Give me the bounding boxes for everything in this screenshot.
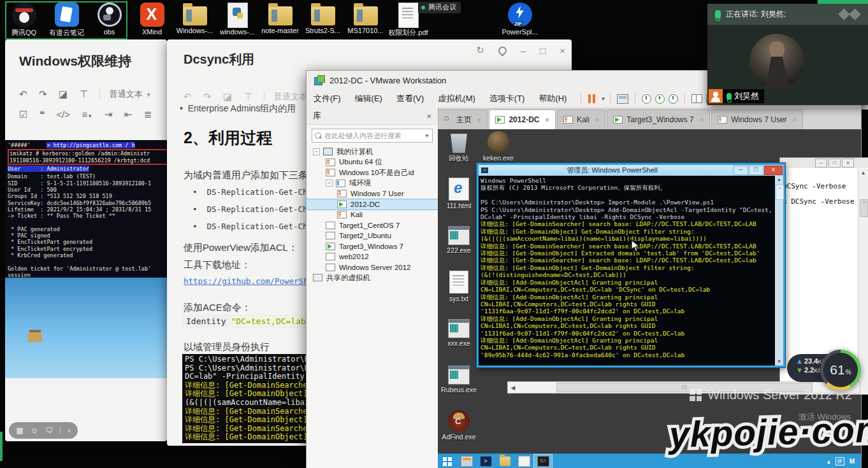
explorer-taskbar-icon[interactable] [495, 454, 514, 468]
indent-increase-icon[interactable]: ⇥ [105, 109, 113, 120]
chat-icon[interactable]: 🗨 [45, 427, 53, 434]
folder-icon[interactable]: MS17010... [344, 3, 387, 38]
apps-grid-icon[interactable]: ▦ [16, 427, 23, 434]
text-file-icon[interactable]: sys.txt [440, 271, 477, 317]
vm-tree-item[interactable]: 2012-DC [307, 199, 438, 210]
scroll-left-icon[interactable]: ◀ [508, 385, 518, 391]
vm-tab[interactable]: 主页 × [438, 110, 488, 129]
exe-file-icon[interactable]: xxx.exe [440, 317, 477, 364]
server-manager-taskbar-icon[interactable] [457, 454, 476, 468]
meeting-overlay[interactable]: 正在讲话: 刘昊然; 刘昊然 [707, 4, 868, 105]
powershell-titlebar[interactable]: > 管理员: Windows PowerShell – □ x [479, 165, 783, 176]
vm-tab[interactable]: Windows 7 User × [711, 110, 803, 129]
checkbox-icon[interactable]: ☑ [19, 109, 27, 120]
library-search-input[interactable]: 在此处键入内容进行搜索 ▼ [312, 129, 433, 143]
align-icon[interactable]: ≡▼ [82, 109, 93, 120]
performance-circle[interactable]: 61% [820, 350, 861, 390]
folder-icon[interactable]: note-master [259, 3, 301, 38]
vm-tree-item[interactable]: Target2_Ubuntu [307, 230, 438, 241]
menu-item[interactable]: 帮助(H) [532, 93, 574, 104]
notepad-taskbar-icon[interactable] [514, 454, 533, 468]
vm-tree-item[interactable]: Windows 7 User [307, 188, 438, 199]
manage-snapshots-icon[interactable] [669, 94, 678, 104]
powershell-taskbar-icon[interactable]: > [476, 454, 495, 468]
recycle-bin-icon[interactable]: 回收站 [440, 131, 477, 178]
take-snapshot-icon[interactable] [642, 94, 651, 104]
start-button[interactable] [438, 454, 457, 468]
maximize-button[interactable]: □ [749, 166, 763, 175]
obs-icon[interactable]: obs [88, 3, 131, 38]
chevron-down-icon[interactable]: ▼ [424, 133, 430, 139]
quote-icon[interactable]: ❝ [40, 109, 45, 120]
close-button[interactable]: x [842, 159, 854, 167]
scroll-up-icon[interactable]: ▲ [775, 176, 783, 183]
python-file-icon[interactable]: windows-... [216, 3, 259, 38]
show-library-icon[interactable] [691, 94, 702, 103]
eraser-icon[interactable]: ◪ [223, 91, 232, 103]
undo-icon[interactable]: ↶ [184, 91, 192, 103]
tray-chevron-icon[interactable]: ▴ [827, 458, 830, 465]
tab-close-icon[interactable]: × [477, 116, 481, 124]
tab-close-icon[interactable]: × [595, 116, 599, 124]
qq-icon[interactable]: 腾讯QQ [3, 3, 45, 38]
xmind-icon[interactable]: XMind [131, 3, 173, 38]
tab-close-icon[interactable]: × [700, 116, 704, 124]
maximize-button[interactable]: □ [828, 159, 841, 167]
vm-tree-item[interactable]: Kali [307, 209, 438, 220]
console-taskbar-icon-active[interactable]: C:\ [533, 454, 553, 468]
library-close-icon[interactable]: × [426, 111, 431, 121]
line-spacing-icon[interactable]: ≣ [144, 109, 152, 120]
vm-tree-item[interactable]: 我的计算机 [307, 146, 438, 157]
collapse-chevron-icon[interactable]: ‹ [68, 427, 71, 434]
scrollbar-thumb[interactable]: ≡ [776, 185, 784, 200]
eraser-icon[interactable]: ◪ [59, 89, 68, 100]
folder-icon[interactable]: Struts2-S... [301, 3, 344, 38]
redo-icon[interactable]: ↷ [39, 89, 47, 100]
pin-icon[interactable] [496, 45, 508, 56]
vm-tree-item[interactable]: 共享的虚拟机 [307, 273, 438, 283]
maximize-button[interactable]: □ [540, 45, 546, 56]
vm-tree-item[interactable]: Windows 10不是自己id [307, 167, 438, 178]
emoji-icon[interactable]: ☺ [31, 427, 38, 434]
html-file-icon[interactable]: 111.html [440, 178, 477, 224]
vm-tab[interactable]: Kali × [557, 110, 605, 129]
undo-icon[interactable]: ↶ [19, 89, 27, 100]
youdao-note-icon[interactable]: 有道云笔记 [45, 3, 88, 38]
menu-item[interactable]: 虚拟机(M) [431, 93, 482, 104]
format-painter-icon[interactable]: ⊤ [80, 89, 88, 100]
sync-icon[interactable]: ↻ [476, 45, 484, 56]
vm-tree-item[interactable]: Target1_CentOS 7 [307, 220, 438, 231]
paragraph-style-select[interactable]: 普通文本▼ [110, 89, 152, 100]
meeting-running-badge[interactable]: 腾讯会议 [418, 2, 461, 13]
vm-tree-item[interactable]: Target3_Windows 7 [307, 241, 438, 252]
folder-icon[interactable]: Windows-... [173, 3, 216, 38]
vm-tree-item[interactable]: web2012 [307, 252, 438, 262]
close-button[interactable]: x [764, 166, 783, 175]
send-ctrl-alt-del-icon[interactable] [617, 94, 628, 104]
close-button[interactable]: × [560, 45, 565, 56]
minimize-button[interactable]: – [734, 166, 748, 175]
exe-file-icon[interactable]: Rubeus.exe [440, 364, 477, 410]
vertical-scrollbar[interactable]: ▲ ≡ [858, 169, 868, 394]
format-painter-icon[interactable]: ⊤ [244, 91, 252, 103]
exe-file-icon[interactable]: 222.exe [440, 224, 477, 271]
scrollbar-thumb[interactable]: ≡ [860, 199, 868, 217]
menu-item[interactable]: 查看(V) [389, 93, 431, 104]
adfind-icon[interactable]: AdFind.exe [440, 410, 477, 457]
vertical-scrollbar[interactable]: ▲ ≡ ▼ [775, 176, 783, 365]
indent-decrease-icon[interactable]: ⇤ [124, 109, 133, 120]
vm-tree-item[interactable]: Ubuntu 64 位 [307, 157, 438, 168]
scroll-down-icon[interactable]: ▼ [775, 358, 783, 365]
pause-vm-button[interactable] [586, 94, 598, 103]
menu-item[interactable]: 文件(F) [307, 93, 348, 104]
redo-icon[interactable]: ↷ [203, 91, 212, 103]
tab-close-icon[interactable]: × [793, 116, 797, 124]
vm-tab[interactable]: Target3_Windows 7 × [607, 110, 710, 129]
powershell-window[interactable]: > 管理员: Windows PowerShell – □ x Windows … [477, 163, 785, 367]
code-icon[interactable]: </> [56, 109, 70, 120]
minimize-button[interactable]: – [815, 159, 827, 167]
chevron-down-icon[interactable]: ▼ [600, 96, 605, 102]
minimize-button[interactable]: – [521, 45, 526, 56]
ime-mode-icon[interactable]: M [850, 458, 855, 465]
zip-archive-icon[interactable]: PowerSpl... [498, 3, 541, 38]
